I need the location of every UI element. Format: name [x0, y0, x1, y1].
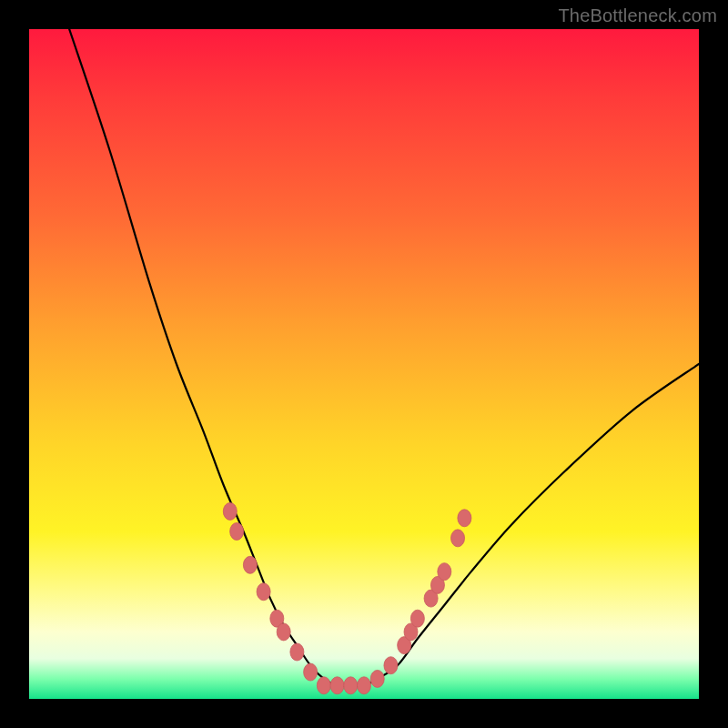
curve-marker	[344, 677, 358, 694]
curve-marker	[410, 610, 424, 627]
curve-markers	[223, 502, 471, 693]
curve-marker	[458, 510, 471, 527]
curve-marker	[330, 677, 344, 694]
curve-marker	[223, 502, 237, 520]
curve-marker	[243, 556, 257, 573]
curve-marker	[277, 623, 290, 641]
curve-marker	[317, 677, 330, 694]
curve-marker	[290, 643, 304, 661]
bottleneck-curve-path	[69, 29, 699, 686]
curve-marker	[451, 530, 465, 547]
curve-marker	[438, 563, 451, 581]
curve-marker	[304, 663, 318, 681]
curve-marker	[230, 523, 244, 541]
curve-marker	[358, 677, 371, 694]
bottleneck-curve-svg	[29, 29, 699, 699]
watermark-text: TheBottleneck.com	[558, 5, 717, 26]
curve-marker	[370, 670, 384, 687]
chart-frame: TheBottleneck.com	[0, 0, 728, 728]
curve-marker	[257, 583, 270, 601]
curve-marker	[384, 657, 398, 674]
plot-area	[29, 29, 699, 699]
